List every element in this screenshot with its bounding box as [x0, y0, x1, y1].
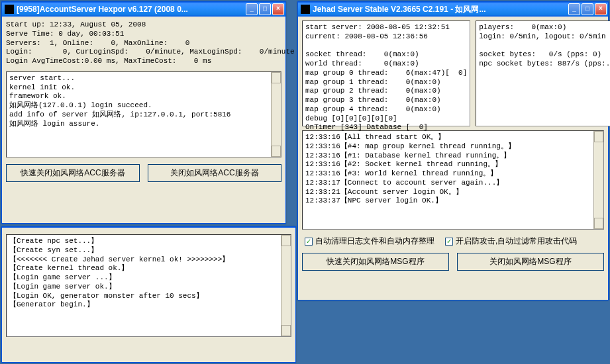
- auto-clean-checkbox[interactable]: ✓自动清理日志文件和自动内存整理: [305, 236, 434, 246]
- close-button[interactable]: ×: [272, 3, 284, 15]
- minimize-button[interactable]: _: [568, 3, 580, 15]
- quick-close-acc-button[interactable]: 快速关闭如风网络ACC服务器: [6, 164, 140, 182]
- titlebar[interactable]: [9958]AccountServer Hexpor v6.127 (2008 …: [2, 2, 285, 17]
- titlebar[interactable]: Jehad Server Stable V2.3665 C2.191 - 如风网…: [298, 2, 608, 17]
- server-stats-left: start server: 2008-08-05 12:32:51 curren…: [302, 21, 470, 126]
- app-icon: [301, 5, 310, 14]
- kernel-log-window: 【Create npc set...】 【Create syn set...】 …: [1, 226, 296, 363]
- defense-checkbox[interactable]: ✓开启防攻击,自动过滤常用攻击代码: [445, 236, 577, 246]
- log-output[interactable]: server start... kernel init ok. framewor…: [6, 71, 281, 158]
- scrollbar[interactable]: [281, 235, 291, 336]
- maximize-button[interactable]: □: [259, 3, 271, 15]
- quick-close-msg-button[interactable]: 快速关闭如风网络MSG程序: [302, 253, 449, 271]
- close-msg-button[interactable]: 关闭如风网络MSG程序: [457, 253, 604, 271]
- log-output[interactable]: 12:33:16【All thread start OK。】 12:33:16【…: [302, 130, 604, 230]
- window-title: [9958]AccountServer Hexpor v6.127 (2008 …: [17, 5, 246, 14]
- check-icon: ✓: [445, 238, 453, 246]
- scrollbar[interactable]: [593, 131, 603, 229]
- check-icon: ✓: [305, 238, 313, 246]
- app-icon: [5, 5, 14, 14]
- close-button[interactable]: ×: [595, 3, 607, 15]
- server-stats-right: players: 0(max:0) login: 0/5min, logout:…: [476, 21, 610, 126]
- window-title: Jehad Server Stable V2.3665 C2.191 - 如风网…: [313, 4, 568, 15]
- server-stats: Start up: 12:33, August 05, 2008 Serve T…: [6, 21, 281, 66]
- close-acc-button[interactable]: 关闭如风网络ACC服务器: [148, 164, 281, 182]
- kernel-log-output[interactable]: 【Create npc set...】 【Create syn set...】 …: [6, 234, 291, 337]
- jehad-server-window: Jehad Server Stable V2.3665 C2.191 - 如风网…: [297, 1, 609, 300]
- minimize-button[interactable]: _: [246, 3, 258, 15]
- account-server-window: [9958]AccountServer Hexpor v6.127 (2008 …: [1, 1, 286, 224]
- maximize-button[interactable]: □: [582, 3, 593, 15]
- scrollbar[interactable]: [271, 72, 281, 157]
